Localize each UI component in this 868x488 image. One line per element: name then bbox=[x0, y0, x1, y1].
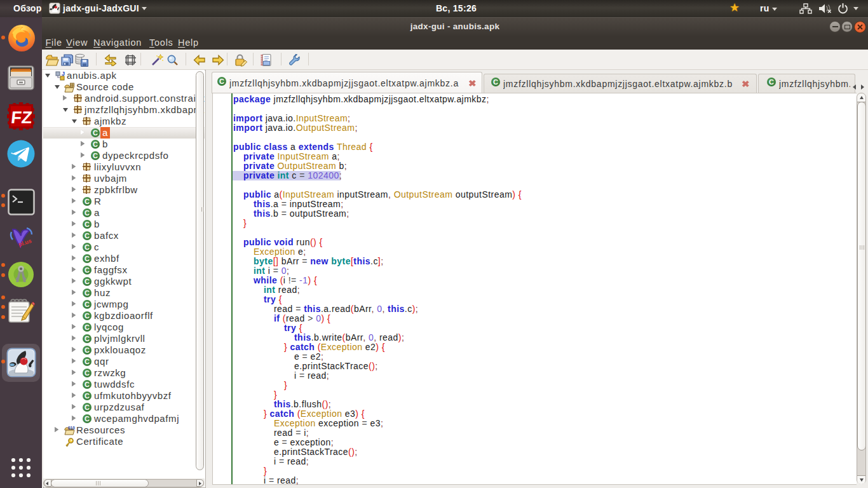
svg-text:J: J bbox=[62, 71, 65, 77]
svg-text:FZ: FZ bbox=[10, 107, 33, 127]
svg-text:010: 010 bbox=[68, 426, 75, 430]
